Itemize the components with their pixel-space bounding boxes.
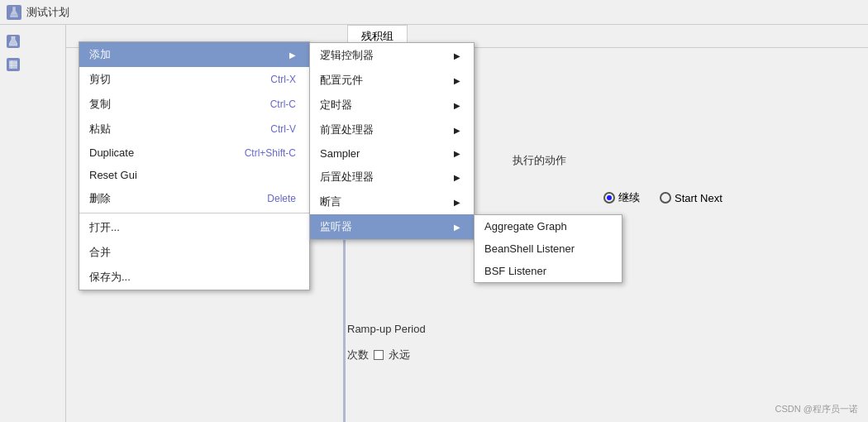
- menu-item-reset-gui[interactable]: Reset Gui: [79, 164, 309, 186]
- logic-arrow-icon: ▶: [454, 51, 460, 60]
- context-menu: 添加 ▶ 逻辑控制器 ▶ 配置元件 ▶ 定时器 ▶ 前置处理器 ▶ Sample…: [79, 41, 310, 290]
- radio-continue[interactable]: 继续: [603, 190, 640, 205]
- forever-label: 永远: [389, 348, 410, 362]
- add-arrow-icon: ▶: [289, 50, 296, 60]
- submenu2-item-bsf[interactable]: BSF Listener: [475, 260, 622, 282]
- ramp-up-label: Ramp-up Period: [347, 323, 426, 335]
- assertion-arrow-icon: ▶: [454, 198, 460, 207]
- menu-item-paste[interactable]: 粘贴 Ctrl-V: [79, 117, 309, 141]
- menu-duplicate-shortcut: Ctrl+Shift-C: [245, 147, 296, 159]
- app-icon: [7, 5, 21, 20]
- submenu-postprocessor-label: 后置处理器: [320, 170, 446, 185]
- sidebar: [0, 25, 66, 422]
- menu-reset-gui-label: Reset Gui: [89, 169, 296, 181]
- loop-count-label: 次数: [347, 348, 369, 362]
- submenu-preprocessor-label: 前置处理器: [320, 122, 446, 137]
- menu-item-duplicate[interactable]: Duplicate Ctrl+Shift-C: [79, 141, 309, 164]
- forever-checkbox[interactable]: [374, 350, 384, 360]
- menu-item-add[interactable]: 添加 ▶ 逻辑控制器 ▶ 配置元件 ▶ 定时器 ▶ 前置处理器 ▶ Sample…: [79, 42, 309, 67]
- menu-paste-shortcut: Ctrl-V: [270, 123, 296, 135]
- config-arrow-icon: ▶: [454, 76, 460, 85]
- app-title: 测试计划: [26, 5, 69, 20]
- svg-rect-0: [9, 60, 17, 69]
- action-radio-group: 继续 Start Next: [603, 190, 723, 205]
- submenu-timer-label: 定时器: [320, 98, 446, 113]
- submenu-item-preprocessor[interactable]: 前置处理器 ▶: [310, 117, 474, 142]
- menu-item-copy[interactable]: 复制 Ctrl-C: [79, 92, 309, 117]
- menu-item-merge[interactable]: 合并: [79, 240, 309, 265]
- submenu-item-config[interactable]: 配置元件 ▶: [310, 68, 474, 93]
- menu-item-open[interactable]: 打开...: [79, 215, 309, 240]
- preprocessor-arrow-icon: ▶: [454, 126, 460, 135]
- radio-start-next-circle: [660, 192, 671, 204]
- menu-save-as-label: 保存为...: [89, 270, 296, 285]
- menu-open-label: 打开...: [89, 220, 296, 235]
- sampler-arrow-icon: ▶: [454, 149, 460, 158]
- submenu-assertion-label: 断言: [320, 194, 446, 209]
- menu-item-delete[interactable]: 删除 Delete: [79, 186, 309, 211]
- menu-merge-label: 合并: [89, 245, 296, 260]
- submenu2-item-aggregate[interactable]: Aggregate Graph: [475, 215, 622, 237]
- submenu2-aggregate-label: Aggregate Graph: [484, 220, 608, 233]
- submenu-add: 逻辑控制器 ▶ 配置元件 ▶ 定时器 ▶ 前置处理器 ▶ Sampler ▶ 后…: [309, 42, 475, 240]
- menu-copy-shortcut: Ctrl-C: [270, 98, 296, 110]
- menu-copy-label: 复制: [89, 97, 246, 112]
- sidebar-item-test-plan[interactable]: [0, 31, 65, 51]
- submenu-listener-label: 监听器: [320, 219, 446, 234]
- submenu-config-label: 配置元件: [320, 73, 446, 88]
- postprocessor-arrow-icon: ▶: [454, 173, 460, 182]
- menu-duplicate-label: Duplicate: [89, 146, 220, 159]
- loop-row: 次数 永远: [347, 348, 410, 362]
- submenu2-bsf-label: BSF Listener: [484, 265, 608, 277]
- submenu-sampler-label: Sampler: [320, 147, 446, 160]
- app-toolbar: 测试计划: [0, 0, 868, 25]
- menu-item-add-label: 添加: [89, 47, 281, 62]
- watermark: CSDN @程序员一诺: [775, 403, 858, 415]
- submenu2-listener: Aggregate Graph BeanShell Listener BSF L…: [474, 214, 622, 283]
- submenu-item-postprocessor[interactable]: 后置处理器 ▶: [310, 165, 474, 189]
- radio-start-next-label: Start Next: [675, 192, 723, 204]
- menu-item-save-as[interactable]: 保存为...: [79, 265, 309, 290]
- menu-separator-1: [79, 213, 309, 213]
- table-icon: [7, 58, 20, 71]
- submenu2-beanshell-label: BeanShell Listener: [484, 242, 608, 255]
- submenu-logic-label: 逻辑控制器: [320, 48, 446, 63]
- submenu2-item-beanshell[interactable]: BeanShell Listener: [475, 237, 622, 260]
- listener-arrow-icon: ▶: [454, 223, 460, 232]
- menu-cut-label: 剪切: [89, 72, 246, 87]
- radio-start-next[interactable]: Start Next: [660, 192, 723, 204]
- menu-cut-shortcut: Ctrl-X: [270, 74, 296, 85]
- menu-paste-label: 粘贴: [89, 122, 246, 137]
- submenu-item-logic[interactable]: 逻辑控制器 ▶: [310, 43, 474, 68]
- submenu-item-sampler[interactable]: Sampler ▶: [310, 142, 474, 165]
- menu-delete-label: 删除: [89, 191, 242, 206]
- radio-continue-circle: [603, 192, 615, 204]
- subsection-label: 执行的动作: [513, 153, 566, 168]
- sidebar-item-work[interactable]: [0, 55, 65, 74]
- submenu-item-assertion[interactable]: 断言 ▶: [310, 189, 474, 214]
- timer-arrow-icon: ▶: [454, 101, 460, 110]
- submenu-item-listener[interactable]: 监听器 ▶ Aggregate Graph BeanShell Listener…: [310, 214, 474, 239]
- menu-delete-shortcut: Delete: [267, 193, 296, 204]
- submenu-item-timer[interactable]: 定时器 ▶: [310, 93, 474, 117]
- flask-icon: [7, 35, 20, 48]
- radio-continue-label: 继续: [618, 190, 640, 205]
- menu-item-cut[interactable]: 剪切 Ctrl-X: [79, 67, 309, 92]
